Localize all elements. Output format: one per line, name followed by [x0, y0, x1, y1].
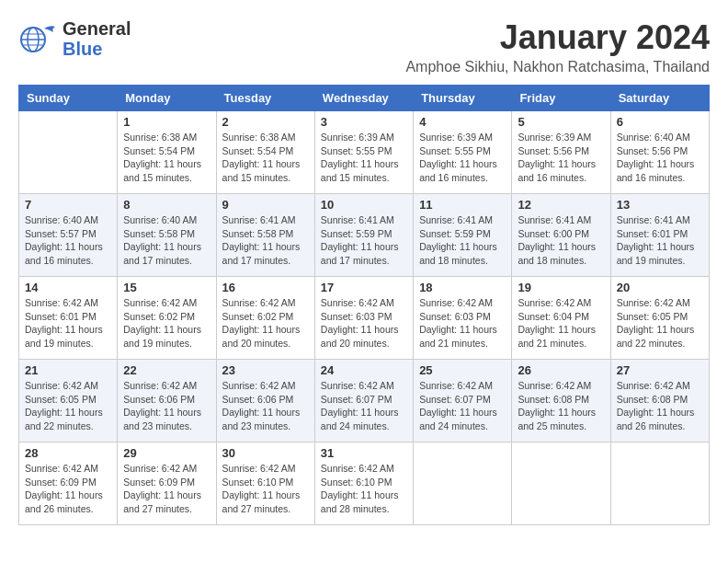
week-row-2: 14Sunrise: 6:42 AMSunset: 6:01 PMDayligh…	[19, 277, 710, 360]
weekday-header-friday: Friday	[512, 86, 610, 111]
day-number: 21	[25, 363, 111, 377]
logo-blue: Blue	[63, 39, 131, 59]
day-cell: 23Sunrise: 6:42 AMSunset: 6:06 PMDayligh…	[216, 360, 314, 442]
day-cell: 9Sunrise: 6:41 AMSunset: 5:58 PMDaylight…	[216, 194, 314, 277]
day-info: Sunrise: 6:42 AMSunset: 6:09 PMDaylight:…	[123, 462, 210, 516]
day-cell: 19Sunrise: 6:42 AMSunset: 6:04 PMDayligh…	[512, 277, 610, 360]
weekday-header-sunday: Sunday	[19, 86, 118, 111]
day-info: Sunrise: 6:42 AMSunset: 6:10 PMDaylight:…	[222, 462, 309, 516]
day-info: Sunrise: 6:42 AMSunset: 6:06 PMDaylight:…	[123, 379, 210, 433]
day-cell: 15Sunrise: 6:42 AMSunset: 6:02 PMDayligh…	[118, 277, 216, 360]
day-number: 19	[518, 281, 604, 294]
day-cell: 28Sunrise: 6:42 AMSunset: 6:09 PMDayligh…	[19, 442, 118, 525]
day-number: 7	[25, 198, 111, 212]
day-number: 16	[222, 281, 309, 294]
day-number: 10	[321, 198, 407, 212]
weekday-header-tuesday: Tuesday	[216, 86, 314, 111]
day-cell: 21Sunrise: 6:42 AMSunset: 6:05 PMDayligh…	[19, 360, 118, 442]
day-cell	[512, 442, 610, 525]
day-number: 9	[222, 198, 309, 212]
day-cell: 7Sunrise: 6:40 AMSunset: 5:57 PMDaylight…	[19, 194, 118, 277]
day-info: Sunrise: 6:41 AMSunset: 6:01 PMDaylight:…	[617, 213, 703, 268]
day-cell: 31Sunrise: 6:42 AMSunset: 6:10 PMDayligh…	[314, 442, 413, 525]
day-number: 6	[617, 115, 703, 129]
title-block: January 2024 Amphoe Sikhiu, Nakhon Ratch…	[405, 18, 710, 75]
day-number: 17	[321, 281, 407, 294]
day-info: Sunrise: 6:40 AMSunset: 5:56 PMDaylight:…	[617, 131, 703, 185]
day-number: 4	[419, 115, 506, 129]
day-cell: 5Sunrise: 6:39 AMSunset: 5:56 PMDaylight…	[512, 111, 610, 194]
day-number: 11	[419, 198, 506, 212]
day-number: 25	[419, 363, 506, 377]
month-title: January 2024	[405, 18, 710, 57]
day-cell: 2Sunrise: 6:38 AMSunset: 5:54 PMDaylight…	[216, 111, 314, 194]
weekday-header-row: SundayMondayTuesdayWednesdayThursdayFrid…	[19, 86, 710, 111]
day-cell: 18Sunrise: 6:42 AMSunset: 6:03 PMDayligh…	[414, 277, 512, 360]
day-number: 27	[617, 363, 703, 377]
day-cell: 8Sunrise: 6:40 AMSunset: 5:58 PMDaylight…	[118, 194, 216, 277]
day-cell: 11Sunrise: 6:41 AMSunset: 5:59 PMDayligh…	[414, 194, 512, 277]
day-number: 13	[617, 198, 703, 212]
day-info: Sunrise: 6:39 AMSunset: 5:55 PMDaylight:…	[419, 131, 506, 185]
day-number: 18	[419, 281, 506, 294]
day-number: 15	[123, 281, 210, 294]
day-number: 20	[617, 281, 703, 294]
day-info: Sunrise: 6:42 AMSunset: 6:07 PMDaylight:…	[419, 379, 506, 433]
day-cell: 13Sunrise: 6:41 AMSunset: 6:01 PMDayligh…	[610, 194, 709, 277]
day-info: Sunrise: 6:42 AMSunset: 6:04 PMDaylight:…	[518, 296, 604, 350]
day-info: Sunrise: 6:41 AMSunset: 5:58 PMDaylight:…	[222, 213, 309, 268]
day-cell: 16Sunrise: 6:42 AMSunset: 6:02 PMDayligh…	[216, 277, 314, 360]
day-info: Sunrise: 6:42 AMSunset: 6:05 PMDaylight:…	[25, 379, 111, 433]
day-number: 1	[123, 115, 210, 129]
day-cell: 20Sunrise: 6:42 AMSunset: 6:05 PMDayligh…	[610, 277, 709, 360]
day-info: Sunrise: 6:40 AMSunset: 5:57 PMDaylight:…	[25, 213, 111, 268]
week-row-4: 28Sunrise: 6:42 AMSunset: 6:09 PMDayligh…	[19, 442, 710, 525]
day-info: Sunrise: 6:42 AMSunset: 6:01 PMDaylight:…	[25, 296, 111, 350]
day-info: Sunrise: 6:42 AMSunset: 6:10 PMDaylight:…	[321, 462, 407, 516]
day-cell: 3Sunrise: 6:39 AMSunset: 5:55 PMDaylight…	[314, 111, 413, 194]
week-row-3: 21Sunrise: 6:42 AMSunset: 6:05 PMDayligh…	[19, 360, 710, 442]
day-cell: 1Sunrise: 6:38 AMSunset: 5:54 PMDaylight…	[118, 111, 216, 194]
day-info: Sunrise: 6:40 AMSunset: 5:58 PMDaylight:…	[123, 213, 210, 268]
day-cell	[414, 442, 512, 525]
logo: General Blue	[18, 18, 131, 59]
day-cell: 29Sunrise: 6:42 AMSunset: 6:09 PMDayligh…	[118, 442, 216, 525]
day-info: Sunrise: 6:42 AMSunset: 6:05 PMDaylight:…	[617, 296, 703, 350]
day-info: Sunrise: 6:41 AMSunset: 5:59 PMDaylight:…	[419, 213, 506, 268]
day-cell: 14Sunrise: 6:42 AMSunset: 6:01 PMDayligh…	[19, 277, 118, 360]
day-number: 28	[25, 446, 111, 460]
day-cell: 10Sunrise: 6:41 AMSunset: 5:59 PMDayligh…	[314, 194, 413, 277]
day-cell: 6Sunrise: 6:40 AMSunset: 5:56 PMDaylight…	[610, 111, 709, 194]
week-row-0: 1Sunrise: 6:38 AMSunset: 5:54 PMDaylight…	[19, 111, 710, 194]
weekday-header-wednesday: Wednesday	[314, 86, 413, 111]
day-info: Sunrise: 6:41 AMSunset: 6:00 PMDaylight:…	[518, 213, 604, 268]
day-info: Sunrise: 6:42 AMSunset: 6:02 PMDaylight:…	[123, 296, 210, 350]
page-header: General Blue January 2024 Amphoe Sikhiu,…	[18, 18, 710, 75]
day-cell: 25Sunrise: 6:42 AMSunset: 6:07 PMDayligh…	[414, 360, 512, 442]
day-cell: 4Sunrise: 6:39 AMSunset: 5:55 PMDaylight…	[414, 111, 512, 194]
day-cell: 17Sunrise: 6:42 AMSunset: 6:03 PMDayligh…	[314, 277, 413, 360]
day-cell: 30Sunrise: 6:42 AMSunset: 6:10 PMDayligh…	[216, 442, 314, 525]
day-cell	[19, 111, 118, 194]
week-row-1: 7Sunrise: 6:40 AMSunset: 5:57 PMDaylight…	[19, 194, 710, 277]
day-number: 8	[123, 198, 210, 212]
day-cell: 22Sunrise: 6:42 AMSunset: 6:06 PMDayligh…	[118, 360, 216, 442]
day-number: 5	[518, 115, 604, 129]
day-info: Sunrise: 6:42 AMSunset: 6:02 PMDaylight:…	[222, 296, 309, 350]
day-number: 12	[518, 198, 604, 212]
day-info: Sunrise: 6:42 AMSunset: 6:08 PMDaylight:…	[518, 379, 604, 433]
day-info: Sunrise: 6:42 AMSunset: 6:08 PMDaylight:…	[617, 379, 703, 433]
day-number: 23	[222, 363, 309, 377]
day-number: 22	[123, 363, 210, 377]
day-number: 26	[518, 363, 604, 377]
weekday-header-monday: Monday	[118, 86, 216, 111]
day-info: Sunrise: 6:39 AMSunset: 5:55 PMDaylight:…	[321, 131, 407, 185]
day-info: Sunrise: 6:42 AMSunset: 6:03 PMDaylight:…	[321, 296, 407, 350]
day-number: 30	[222, 446, 309, 460]
day-info: Sunrise: 6:42 AMSunset: 6:06 PMDaylight:…	[222, 379, 309, 433]
day-cell: 26Sunrise: 6:42 AMSunset: 6:08 PMDayligh…	[512, 360, 610, 442]
weekday-header-thursday: Thursday	[414, 86, 512, 111]
day-cell: 27Sunrise: 6:42 AMSunset: 6:08 PMDayligh…	[610, 360, 709, 442]
day-cell	[610, 442, 709, 525]
day-info: Sunrise: 6:41 AMSunset: 5:59 PMDaylight:…	[321, 213, 407, 268]
